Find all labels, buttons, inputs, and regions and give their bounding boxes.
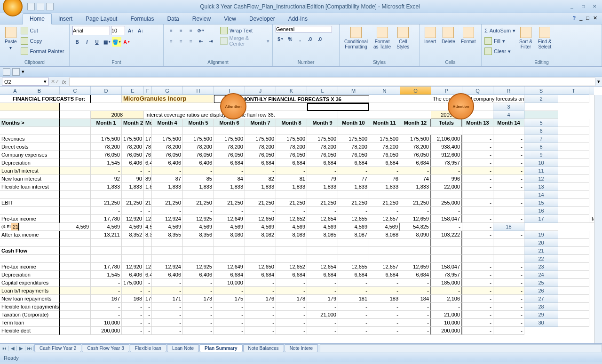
format-as-table-button[interactable]: Format as Table bbox=[372, 26, 393, 59]
cancel-formula-icon[interactable]: ✕ bbox=[51, 79, 55, 85]
tab-next-icon[interactable]: ▶ bbox=[17, 346, 25, 351]
formula-input[interactable] bbox=[69, 78, 595, 86]
minimize-button[interactable]: _ bbox=[566, 2, 578, 11]
expand-formula-icon[interactable]: ▾ bbox=[595, 79, 602, 85]
eraser-icon bbox=[484, 47, 492, 55]
merge-icon bbox=[220, 37, 228, 45]
group-editing-label: Editing bbox=[484, 59, 599, 65]
tab-prev-icon[interactable]: ◀ bbox=[8, 346, 17, 351]
currency-button[interactable]: $ bbox=[276, 34, 285, 44]
font-name-input[interactable] bbox=[72, 26, 110, 35]
font-size-input[interactable] bbox=[111, 26, 125, 35]
horizontal-scrollbar[interactable] bbox=[320, 344, 602, 352]
tab-insert[interactable]: Insert bbox=[52, 14, 79, 24]
orientation-button[interactable]: ⟳ bbox=[196, 26, 206, 35]
decrease-decimal-button[interactable]: .0 bbox=[315, 34, 325, 44]
clear-button[interactable]: Clear ▾ bbox=[484, 47, 515, 56]
conditional-formatting-button[interactable]: Conditional Formatting bbox=[342, 26, 370, 59]
tab-developer[interactable]: Developer bbox=[243, 14, 282, 24]
sort-icon bbox=[520, 27, 531, 38]
copy-icon bbox=[21, 37, 28, 45]
quick-access-toolbar bbox=[27, 3, 54, 10]
align-right-button[interactable]: ≡ bbox=[186, 36, 196, 46]
shrink-font-button[interactable]: A↓ bbox=[136, 26, 145, 35]
window-controls: _ □ ✕ bbox=[566, 2, 600, 11]
increase-indent-button[interactable]: ⇥ bbox=[206, 36, 215, 46]
sheet-tab[interactable]: Cash Flow Year 3 bbox=[82, 344, 129, 352]
sheet-tab[interactable]: Loan Note bbox=[167, 344, 199, 352]
vertical-scrollbar[interactable] bbox=[594, 95, 602, 343]
sheet-tab-active[interactable]: Plan Summary bbox=[199, 344, 242, 352]
cut-button[interactable]: Cut bbox=[21, 26, 64, 35]
format-painter-button[interactable]: Format Painter bbox=[21, 47, 64, 56]
format-cells-button[interactable]: Format bbox=[459, 26, 478, 59]
decrease-indent-button[interactable]: ⇤ bbox=[196, 36, 206, 46]
fill-button[interactable]: Fill ▾ bbox=[484, 36, 515, 46]
insert-cells-button[interactable]: Insert bbox=[422, 26, 438, 59]
tab-review[interactable]: Review bbox=[186, 14, 217, 24]
merge-center-button[interactable]: Merge & Center ▾ bbox=[220, 36, 269, 46]
bold-button[interactable]: B bbox=[72, 37, 82, 47]
tab-data[interactable]: Data bbox=[160, 14, 185, 24]
autosum-button[interactable]: Σ AutoSum ▾ bbox=[484, 26, 515, 35]
tab-page-layout[interactable]: Page Layout bbox=[79, 14, 124, 24]
tab-first-icon[interactable]: ⏮ bbox=[0, 346, 8, 351]
align-center-button[interactable]: ≡ bbox=[176, 36, 186, 46]
tab-formulas[interactable]: Formulas bbox=[124, 14, 160, 24]
qat-redo-icon[interactable] bbox=[46, 3, 54, 10]
sheet-tab[interactable]: Flexible loan bbox=[130, 344, 166, 352]
help-icon[interactable]: ? bbox=[572, 15, 576, 21]
tab-view[interactable]: View bbox=[217, 14, 243, 24]
find-select-button[interactable]: Find & Select bbox=[536, 26, 554, 59]
group-cells-label: Cells bbox=[422, 59, 478, 65]
minimize-ribbon-icon[interactable]: _ bbox=[579, 15, 582, 21]
find-icon bbox=[539, 27, 550, 38]
number-format-select[interactable] bbox=[276, 26, 332, 32]
italic-button[interactable]: I bbox=[82, 37, 92, 47]
comma-button[interactable]: , bbox=[295, 34, 305, 44]
delete-cells-button[interactable]: Delete bbox=[440, 26, 457, 59]
fill-color-button[interactable]: 🪣 bbox=[112, 37, 121, 47]
align-middle-button[interactable]: ≡ bbox=[176, 26, 186, 35]
group-styles-label: Styles bbox=[342, 59, 416, 65]
percent-button[interactable]: % bbox=[285, 34, 295, 44]
name-box[interactable]: O2▾ bbox=[2, 78, 49, 86]
tab-addins[interactable]: Add-Ins bbox=[282, 14, 314, 24]
grow-font-button[interactable]: A↑ bbox=[126, 26, 135, 35]
sigma-icon: Σ bbox=[484, 28, 488, 33]
cell-styles-button[interactable]: Cell Styles bbox=[395, 26, 411, 59]
qat-save-icon[interactable] bbox=[27, 3, 35, 10]
font-color-button[interactable]: A bbox=[122, 37, 131, 47]
window-restore-icon[interactable]: □ bbox=[586, 15, 589, 21]
enter-formula-icon[interactable]: ✓ bbox=[55, 79, 59, 85]
border-button[interactable]: ▦ bbox=[102, 37, 111, 47]
underline-button[interactable]: U bbox=[92, 37, 102, 47]
paste-button[interactable]: Paste▾ bbox=[3, 26, 19, 59]
qat-undo-icon[interactable] bbox=[37, 3, 44, 10]
qat2-btn-icon[interactable] bbox=[12, 68, 20, 76]
ribbon: Paste▾ Cut Copy Format Painter Clipboard… bbox=[0, 24, 602, 67]
sheet-tab[interactable]: Note Balances bbox=[243, 344, 284, 352]
ribbon-tabs: Home Insert Page Layout Formulas Data Re… bbox=[0, 13, 602, 24]
window-title: Quick 3 Year CashFlow_Plan_Instructional… bbox=[54, 3, 566, 10]
sheet-tab[interactable]: Note Intere bbox=[285, 344, 318, 352]
close-button[interactable]: ✕ bbox=[589, 2, 600, 11]
copy-button[interactable]: Copy bbox=[21, 36, 64, 46]
align-top-button[interactable]: ≡ bbox=[166, 26, 176, 35]
fx-icon[interactable]: fx bbox=[62, 79, 66, 85]
tab-home[interactable]: Home bbox=[23, 13, 52, 24]
increase-decimal-button[interactable]: .0 bbox=[305, 34, 315, 44]
align-left-button[interactable]: ≡ bbox=[166, 36, 176, 46]
sheet-tab[interactable]: Cash Flow Year 2 bbox=[34, 344, 81, 352]
group-font-label: Font bbox=[72, 59, 160, 65]
window-close-icon[interactable]: ✕ bbox=[593, 15, 597, 21]
wrap-text-button[interactable]: Wrap Text bbox=[220, 26, 269, 35]
qat2-save-icon[interactable] bbox=[3, 68, 10, 76]
align-bottom-button[interactable]: ≡ bbox=[186, 26, 196, 35]
tab-last-icon[interactable]: ⏭ bbox=[25, 346, 34, 351]
grid[interactable]: ABCDEFGHIJKLMNOPQRST1FINANCIAL FORECASTS… bbox=[0, 87, 594, 335]
format-icon bbox=[463, 27, 474, 38]
qat2-dropdown-icon[interactable]: ▾ bbox=[22, 69, 24, 75]
sort-filter-button[interactable]: Sort & Filter bbox=[517, 26, 534, 59]
restore-button[interactable]: □ bbox=[578, 2, 589, 11]
